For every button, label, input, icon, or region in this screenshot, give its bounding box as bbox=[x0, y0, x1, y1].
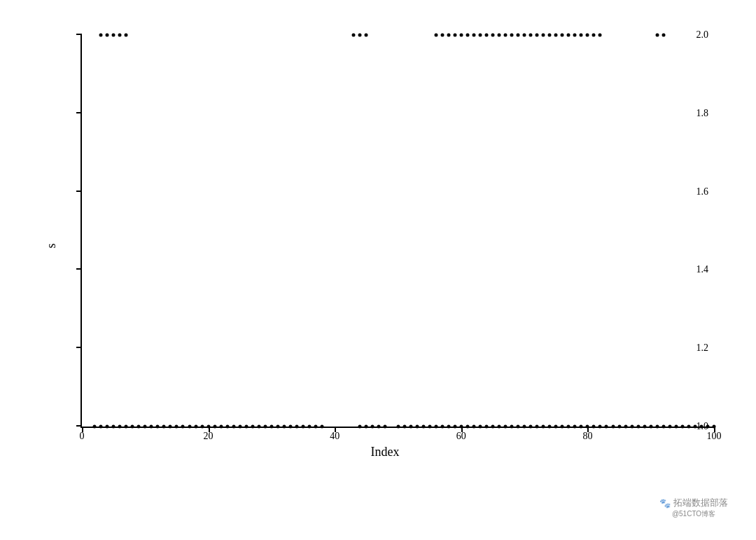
dot bbox=[295, 425, 299, 429]
dot bbox=[484, 34, 488, 37]
x-tick-label: 40 bbox=[330, 431, 340, 442]
dot bbox=[554, 425, 558, 429]
chart-container: s Index 1.01.21.41.61.82.0020406080100 bbox=[42, 21, 728, 470]
dot bbox=[523, 34, 526, 37]
dot bbox=[276, 425, 279, 429]
dot bbox=[465, 34, 469, 37]
dot bbox=[497, 34, 500, 37]
dot bbox=[428, 425, 431, 429]
dot bbox=[491, 34, 494, 37]
dot bbox=[611, 425, 615, 429]
dot bbox=[649, 425, 652, 429]
dot bbox=[415, 425, 419, 429]
dot bbox=[580, 425, 583, 429]
dot bbox=[200, 425, 204, 429]
dot bbox=[206, 425, 210, 429]
y-axis-label: s bbox=[44, 243, 59, 248]
dot bbox=[447, 34, 450, 37]
dot bbox=[497, 425, 500, 429]
x-tick-label: 0 bbox=[80, 431, 85, 442]
dot bbox=[586, 34, 589, 37]
dot bbox=[219, 425, 223, 429]
dot bbox=[580, 34, 583, 37]
dot bbox=[358, 425, 362, 429]
dot bbox=[459, 425, 463, 429]
dot bbox=[510, 34, 514, 37]
dot bbox=[643, 425, 646, 429]
dot bbox=[706, 425, 709, 429]
y-tick-label: 2.0 bbox=[696, 29, 709, 41]
dot bbox=[112, 34, 115, 37]
dot bbox=[592, 34, 596, 37]
dot bbox=[93, 425, 97, 429]
dot bbox=[567, 425, 570, 429]
dot bbox=[504, 425, 507, 429]
dot bbox=[680, 425, 684, 429]
dot bbox=[504, 34, 507, 37]
dot bbox=[561, 34, 564, 37]
x-tick-label: 80 bbox=[582, 431, 592, 442]
dot bbox=[263, 425, 267, 429]
x-tick-label: 60 bbox=[456, 431, 466, 442]
dot bbox=[112, 425, 115, 429]
y-tick bbox=[76, 268, 82, 270]
dot bbox=[453, 425, 456, 429]
y-tick bbox=[76, 191, 82, 192]
dot bbox=[548, 425, 552, 429]
dot bbox=[434, 34, 438, 37]
dot bbox=[238, 425, 241, 429]
dot bbox=[478, 425, 482, 429]
dot bbox=[365, 34, 368, 37]
watermark: 🐾 拓端数据部落 @51CTO博客 bbox=[659, 497, 728, 519]
x-tick-label: 20 bbox=[204, 431, 214, 442]
dot bbox=[308, 425, 312, 429]
y-tick-label: 1.8 bbox=[696, 108, 709, 119]
dot bbox=[125, 425, 128, 429]
dot bbox=[365, 425, 368, 429]
dot bbox=[517, 34, 520, 37]
dot bbox=[288, 425, 292, 429]
dot bbox=[655, 425, 659, 429]
dot bbox=[523, 425, 526, 429]
dot bbox=[713, 425, 716, 429]
dot bbox=[517, 425, 520, 429]
dot bbox=[175, 425, 178, 429]
dot bbox=[440, 34, 444, 37]
dot bbox=[636, 425, 640, 429]
watermark-icon: 🐾 bbox=[659, 498, 671, 508]
dot bbox=[131, 425, 134, 429]
dot bbox=[472, 425, 475, 429]
dot bbox=[561, 425, 564, 429]
dot bbox=[137, 425, 141, 429]
dot bbox=[630, 425, 634, 429]
dot bbox=[314, 425, 318, 429]
y-tick-label: 1.6 bbox=[696, 186, 709, 198]
dot bbox=[321, 425, 324, 429]
dot bbox=[617, 425, 621, 429]
dot bbox=[257, 425, 260, 429]
dot bbox=[188, 425, 191, 429]
dot bbox=[529, 34, 533, 37]
x-tick-label: 100 bbox=[707, 431, 722, 442]
dot bbox=[662, 425, 665, 429]
dot bbox=[106, 425, 109, 429]
dot bbox=[358, 34, 362, 37]
dot bbox=[352, 34, 356, 37]
dot bbox=[384, 425, 387, 429]
dot bbox=[409, 425, 412, 429]
dot bbox=[542, 425, 545, 429]
dot bbox=[213, 425, 216, 429]
dot bbox=[586, 425, 589, 429]
dot bbox=[478, 34, 482, 37]
dot bbox=[592, 425, 596, 429]
dot bbox=[396, 425, 400, 429]
dot bbox=[302, 425, 305, 429]
dot bbox=[194, 425, 197, 429]
dot bbox=[484, 425, 488, 429]
dot bbox=[548, 34, 552, 37]
dot bbox=[371, 425, 374, 429]
x-axis-label: Index bbox=[371, 445, 400, 459]
dot bbox=[447, 425, 450, 429]
dot bbox=[421, 425, 425, 429]
dot bbox=[529, 425, 533, 429]
